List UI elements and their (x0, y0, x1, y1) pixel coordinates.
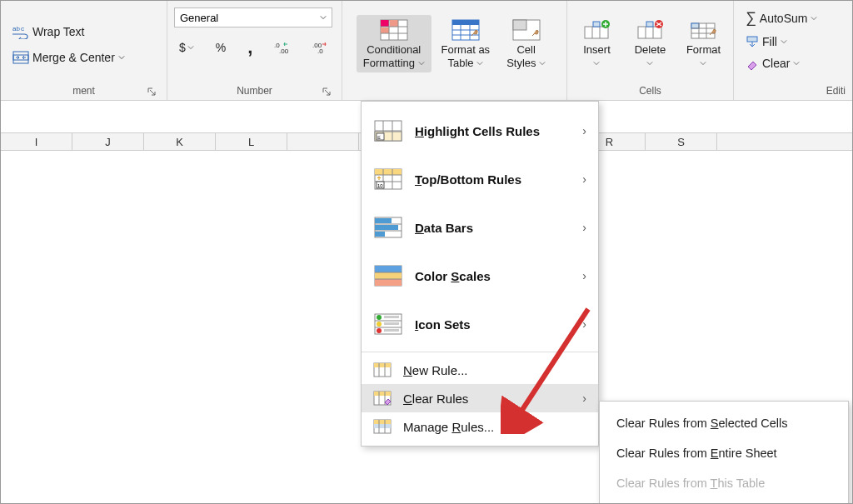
merge-center-icon (12, 51, 29, 64)
menu-new-rule[interactable]: New Rule... (362, 356, 598, 384)
svg-rect-23 (513, 20, 526, 30)
wrap-text-button[interactable]: abc Wrap Text (7, 21, 90, 42)
col-header[interactable] (287, 133, 359, 150)
svg-point-73 (377, 328, 382, 333)
svg-rect-57 (375, 218, 392, 223)
new-rule-icon (373, 362, 392, 377)
sigma-icon: ∑ (746, 9, 756, 27)
svg-rect-3 (13, 55, 28, 60)
number-format-select[interactable]: General (174, 7, 332, 27)
svg-rect-49 (375, 169, 402, 175)
col-header[interactable]: J (72, 133, 144, 150)
svg-rect-58 (375, 225, 398, 230)
svg-text:.00: .00 (279, 47, 289, 54)
chevron-right-icon: › (582, 221, 586, 234)
delete-cells-button[interactable]: Delete (626, 15, 676, 72)
fill-button[interactable]: Fill (741, 32, 792, 52)
svg-text:ab: ab (12, 25, 20, 32)
group-label-cells: Cells (574, 83, 726, 98)
conditional-formatting-button[interactable]: ConditionalFormatting (357, 15, 431, 72)
chevron-down-icon (118, 54, 125, 61)
col-header[interactable]: I (1, 133, 72, 150)
svg-rect-35 (691, 23, 699, 28)
chevron-down-icon (700, 60, 706, 67)
clear-rules-entire-sheet[interactable]: Clear Rules from Entire SheetClear Rules… (600, 438, 848, 468)
autosum-button[interactable]: ∑ AutoSum (741, 6, 822, 30)
chevron-down-icon (781, 38, 787, 45)
svg-rect-11 (381, 27, 389, 33)
menu-top-bottom-rules[interactable]: 10 Top/Bottom Rules › (362, 155, 598, 203)
wrap-text-label: Wrap Text (32, 25, 85, 38)
menu-icon-sets[interactable]: Icon Sets › (362, 300, 598, 348)
format-as-table-icon (451, 18, 481, 42)
cell-styles-icon (511, 18, 541, 42)
svg-rect-24 (585, 27, 608, 38)
svg-rect-64 (375, 272, 402, 279)
svg-rect-74 (384, 316, 399, 318)
col-header[interactable]: L (216, 133, 287, 150)
menu-data-bars[interactable]: Data Bars › (362, 203, 598, 252)
fill-down-icon (746, 35, 759, 48)
svg-point-72 (377, 322, 382, 327)
chevron-down-icon (187, 44, 194, 51)
menu-color-scales[interactable]: Color Scales › (362, 252, 598, 300)
clear-rules-submenu: Clear Rules from Selected CellsClear Rul… (599, 401, 849, 504)
data-bars-icon (373, 215, 403, 240)
menu-highlight-cells-rules[interactable]: ≤ HHighlight Cells Rulesighlight Cells R… (362, 107, 598, 155)
chevron-right-icon: › (582, 269, 586, 282)
format-cells-button[interactable]: Format (679, 15, 729, 72)
dialog-launcher-number[interactable] (322, 87, 332, 97)
svg-rect-87 (374, 424, 391, 428)
svg-rect-59 (375, 232, 385, 237)
svg-rect-78 (374, 363, 391, 367)
svg-text:≤: ≤ (377, 134, 381, 140)
svg-rect-63 (375, 266, 402, 272)
comma-format-button[interactable]: , (242, 44, 257, 51)
chevron-down-icon (793, 60, 800, 67)
svg-rect-29 (638, 27, 661, 38)
format-as-table-button[interactable]: Format asTable (435, 15, 497, 72)
chevron-down-icon (320, 14, 327, 21)
top-bottom-icon: 10 (373, 167, 403, 192)
svg-rect-27 (593, 22, 600, 27)
col-header[interactable]: K (144, 133, 216, 150)
clear-button[interactable]: Clear (741, 53, 805, 73)
highlight-cells-icon: ≤ (373, 118, 403, 143)
menu-clear-rules[interactable]: Clear Rules › (362, 384, 598, 412)
menu-manage-rules[interactable]: Manage Rules... (362, 412, 598, 441)
percent-format-button[interactable]: % (211, 37, 231, 57)
chevron-down-icon (476, 60, 483, 67)
svg-rect-32 (646, 22, 653, 27)
conditional-formatting-menu: ≤ HHighlight Cells Rulesighlight Cells R… (361, 101, 599, 447)
col-header[interactable]: S (646, 133, 717, 150)
clear-rules-selected-cells[interactable]: Clear Rules from Selected CellsClear Rul… (600, 408, 848, 438)
merge-center-button[interactable]: Merge & Center (7, 47, 130, 67)
merge-center-label: Merge & Center (32, 51, 115, 64)
chevron-down-icon (811, 15, 817, 22)
svg-text:10: 10 (377, 183, 383, 188)
icon-sets-icon (373, 312, 403, 337)
chevron-down-icon (539, 60, 546, 67)
dialog-launcher-alignment[interactable] (147, 87, 157, 97)
eraser-icon (746, 57, 759, 70)
clear-rules-this-table: Clear Rules from This TableClear Rules f… (600, 468, 848, 498)
insert-cells-button[interactable]: Insert (572, 15, 622, 72)
clear-rules-icon (373, 391, 392, 406)
accounting-format-button[interactable]: $ (174, 37, 199, 57)
svg-text:.0: .0 (317, 47, 323, 54)
chevron-right-icon: › (582, 172, 586, 186)
svg-text:c: c (21, 25, 24, 32)
decrease-decimal-button[interactable]: .00.0 (307, 37, 334, 57)
color-scales-icon (373, 263, 403, 288)
svg-rect-2 (13, 52, 28, 63)
insert-cells-icon (582, 18, 612, 42)
svg-rect-76 (384, 329, 399, 332)
svg-rect-9 (381, 20, 389, 27)
ribbon: abc Wrap Text Merge & Center ment Genera… (1, 1, 852, 101)
svg-rect-10 (390, 20, 398, 27)
increase-decimal-button[interactable]: .0.00 (269, 37, 296, 57)
cell-styles-button[interactable]: CellStyles (500, 15, 552, 72)
svg-rect-65 (375, 279, 402, 286)
format-cells-icon (689, 18, 719, 42)
chevron-right-icon: › (582, 392, 586, 405)
